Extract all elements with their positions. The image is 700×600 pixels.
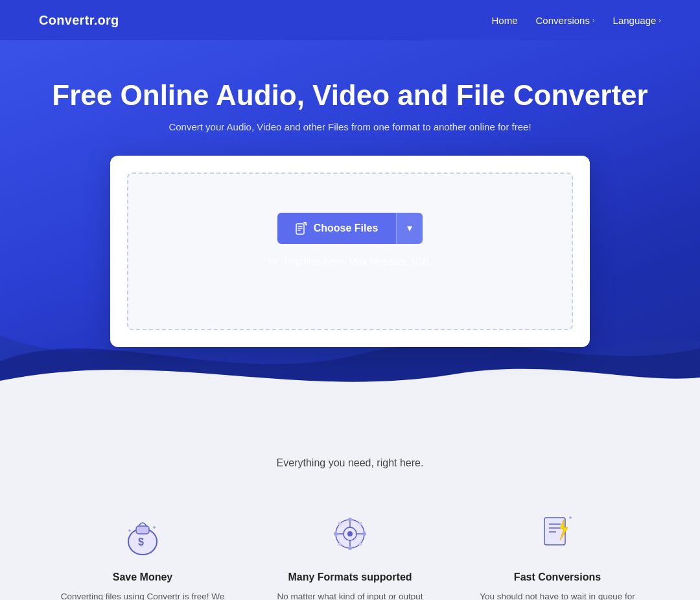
svg-point-21 [338, 542, 342, 546]
nav-language[interactable]: Language › [613, 15, 661, 26]
feature-title-many-formats: Many Formats supported [288, 571, 412, 583]
site-logo[interactable]: Convertr.org [39, 13, 119, 28]
choose-files-btn-group: Choose Files ▾ [277, 213, 423, 244]
language-chevron-icon: › [659, 16, 661, 24]
hero-subheading: Convert your Audio, Video and other File… [13, 121, 687, 132]
features-tagline: Everything you need, right here. [13, 457, 687, 469]
feature-desc-fast-conversions: You should not have to wait in queue for… [473, 590, 642, 600]
many-formats-icon [324, 508, 376, 560]
feature-card-fast-conversions: Fast Conversions You should not have to … [473, 508, 642, 600]
svg-point-19 [338, 522, 342, 525]
svg-text:$: $ [138, 536, 144, 547]
conversions-chevron-icon: › [592, 16, 595, 24]
hero-section: Free Online Audio, Video and File Conver… [0, 40, 700, 412]
svg-point-20 [359, 522, 362, 525]
nav-links: Home Conversions › Language › [492, 15, 661, 26]
feature-title-save-money: Save Money [113, 571, 172, 583]
svg-point-18 [347, 531, 353, 536]
nav-home[interactable]: Home [492, 15, 518, 26]
features-grid: $ Save Money Converting files using Conv… [39, 508, 661, 600]
svg-point-22 [359, 542, 362, 546]
drop-hint: Or drop files here. Max files size 1GB. [268, 256, 432, 267]
feature-desc-many-formats: No matter what kind of input or output f… [266, 590, 434, 600]
svg-point-14 [334, 532, 338, 536]
upload-dropzone[interactable]: Choose Files ▾ Or drop files here. Max f… [127, 173, 573, 330]
file-upload-icon [296, 222, 307, 235]
features-section: Everything you need, right here. $ Sav [0, 412, 700, 600]
choose-files-dropdown-button[interactable]: ▾ [396, 213, 423, 244]
svg-rect-2 [136, 526, 149, 534]
svg-point-16 [348, 518, 352, 522]
feature-card-save-money: $ Save Money Converting files using Conv… [58, 508, 227, 600]
fast-conversions-icon [531, 508, 583, 560]
svg-rect-0 [296, 224, 304, 234]
svg-point-17 [348, 546, 352, 550]
hero-heading: Free Online Audio, Video and File Conver… [13, 79, 687, 112]
navbar: Convertr.org Home Conversions › Language… [0, 0, 700, 40]
hero-content: Free Online Audio, Video and File Conver… [0, 79, 700, 347]
feature-title-fast-conversions: Fast Conversions [514, 571, 601, 583]
choose-files-button[interactable]: Choose Files [277, 213, 397, 244]
feature-desc-save-money: Converting files using Convertr is free!… [58, 590, 227, 600]
save-money-icon: $ [117, 508, 169, 560]
nav-conversions[interactable]: Conversions › [536, 15, 595, 26]
svg-point-15 [362, 532, 366, 536]
upload-card: Choose Files ▾ Or drop files here. Max f… [110, 156, 590, 347]
feature-card-many-formats: Many Formats supported No matter what ki… [266, 508, 434, 600]
svg-rect-23 [544, 518, 565, 545]
